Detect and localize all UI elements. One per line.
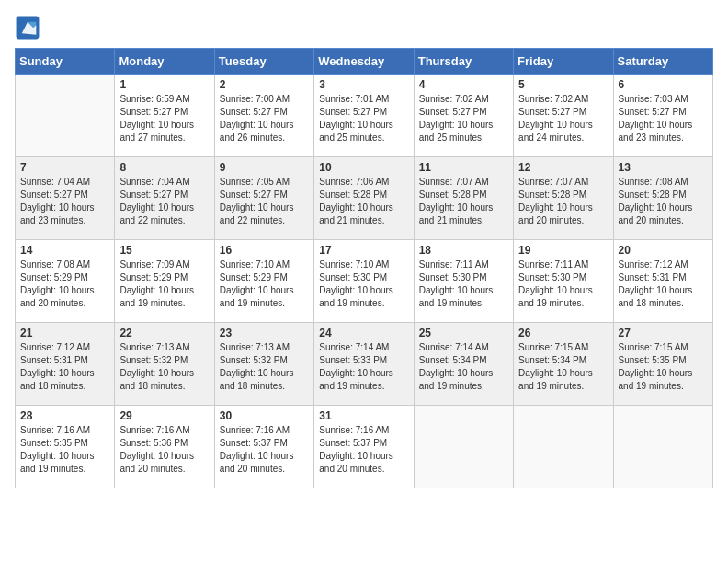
cell-info: Sunrise: 7:04 AM Sunset: 5:27 PM Dayligh… <box>20 176 109 227</box>
calendar-cell: 16Sunrise: 7:10 AM Sunset: 5:29 PM Dayli… <box>214 240 313 323</box>
cell-day-number: 29 <box>119 409 209 422</box>
cell-day-number: 23 <box>220 327 309 339</box>
calendar-week-row: 28Sunrise: 7:16 AM Sunset: 5:35 PM Dayli… <box>16 406 713 488</box>
cell-info: Sunrise: 7:16 AM Sunset: 5:37 PM Dayligh… <box>220 424 309 476</box>
logo <box>15 15 44 40</box>
cell-info: Sunrise: 7:07 AM Sunset: 5:28 PM Dayligh… <box>419 176 508 227</box>
cell-info: Sunrise: 7:00 AM Sunset: 5:27 PM Dayligh… <box>220 93 309 144</box>
calendar-cell: 31Sunrise: 7:16 AM Sunset: 5:37 PM Dayli… <box>314 406 414 488</box>
column-header-wednesday: Wednesday <box>314 49 414 75</box>
cell-day-number: 2 <box>220 78 309 91</box>
cell-day-number: 13 <box>619 161 708 174</box>
calendar-cell: 4Sunrise: 7:02 AM Sunset: 5:27 PM Daylig… <box>414 75 513 157</box>
cell-info: Sunrise: 7:16 AM Sunset: 5:37 PM Dayligh… <box>319 424 408 476</box>
cell-day-number: 8 <box>119 161 209 174</box>
cell-info: Sunrise: 7:03 AM Sunset: 5:27 PM Dayligh… <box>619 93 708 144</box>
calendar-week-row: 14Sunrise: 7:08 AM Sunset: 5:29 PM Dayli… <box>16 240 713 323</box>
calendar-header-row: SundayMondayTuesdayWednesdayThursdayFrid… <box>16 49 713 75</box>
calendar-cell: 25Sunrise: 7:14 AM Sunset: 5:34 PM Dayli… <box>414 323 513 406</box>
calendar-cell: 8Sunrise: 7:04 AM Sunset: 5:27 PM Daylig… <box>115 157 214 240</box>
column-header-sunday: Sunday <box>16 49 115 75</box>
column-header-friday: Friday <box>514 49 613 75</box>
cell-day-number: 25 <box>419 327 508 339</box>
cell-info: Sunrise: 7:11 AM Sunset: 5:30 PM Dayligh… <box>518 259 608 310</box>
cell-day-number: 26 <box>518 327 608 339</box>
cell-day-number: 4 <box>419 78 508 91</box>
cell-info: Sunrise: 7:02 AM Sunset: 5:27 PM Dayligh… <box>419 93 508 144</box>
calendar-cell <box>414 406 513 488</box>
page-header <box>15 15 713 40</box>
cell-day-number: 6 <box>619 78 708 91</box>
cell-info: Sunrise: 7:10 AM Sunset: 5:29 PM Dayligh… <box>220 259 309 310</box>
column-header-monday: Monday <box>115 49 214 75</box>
calendar-cell: 28Sunrise: 7:16 AM Sunset: 5:35 PM Dayli… <box>16 406 115 488</box>
cell-day-number: 31 <box>319 409 408 422</box>
cell-info: Sunrise: 7:05 AM Sunset: 5:27 PM Dayligh… <box>220 176 309 227</box>
calendar-table: SundayMondayTuesdayWednesdayThursdayFrid… <box>15 48 713 488</box>
cell-day-number: 22 <box>119 327 209 339</box>
cell-info: Sunrise: 7:12 AM Sunset: 5:31 PM Dayligh… <box>619 259 708 310</box>
calendar-cell: 12Sunrise: 7:07 AM Sunset: 5:28 PM Dayli… <box>514 157 613 240</box>
cell-day-number: 18 <box>419 244 508 257</box>
cell-info: Sunrise: 7:08 AM Sunset: 5:29 PM Dayligh… <box>20 259 109 310</box>
cell-info: Sunrise: 7:12 AM Sunset: 5:31 PM Dayligh… <box>20 341 109 393</box>
cell-info: Sunrise: 7:14 AM Sunset: 5:33 PM Dayligh… <box>319 341 408 393</box>
calendar-cell: 2Sunrise: 7:00 AM Sunset: 5:27 PM Daylig… <box>214 75 313 157</box>
column-header-tuesday: Tuesday <box>214 49 313 75</box>
calendar-cell <box>16 75 115 157</box>
cell-info: Sunrise: 7:02 AM Sunset: 5:27 PM Dayligh… <box>518 93 608 144</box>
cell-info: Sunrise: 7:16 AM Sunset: 5:36 PM Dayligh… <box>119 424 209 476</box>
cell-info: Sunrise: 7:07 AM Sunset: 5:28 PM Dayligh… <box>518 176 608 227</box>
cell-day-number: 9 <box>220 161 309 174</box>
cell-info: Sunrise: 7:14 AM Sunset: 5:34 PM Dayligh… <box>419 341 508 393</box>
cell-info: Sunrise: 7:08 AM Sunset: 5:28 PM Dayligh… <box>619 176 708 227</box>
cell-info: Sunrise: 7:13 AM Sunset: 5:32 PM Dayligh… <box>119 341 209 393</box>
calendar-cell: 13Sunrise: 7:08 AM Sunset: 5:28 PM Dayli… <box>613 157 712 240</box>
calendar-cell: 23Sunrise: 7:13 AM Sunset: 5:32 PM Dayli… <box>214 323 313 406</box>
cell-day-number: 14 <box>20 244 109 257</box>
cell-info: Sunrise: 7:11 AM Sunset: 5:30 PM Dayligh… <box>419 259 508 310</box>
calendar-cell: 10Sunrise: 7:06 AM Sunset: 5:28 PM Dayli… <box>314 157 414 240</box>
cell-day-number: 27 <box>619 327 708 339</box>
cell-day-number: 15 <box>119 244 209 257</box>
cell-info: Sunrise: 7:10 AM Sunset: 5:30 PM Dayligh… <box>319 259 408 310</box>
cell-day-number: 1 <box>119 78 209 91</box>
calendar-cell: 11Sunrise: 7:07 AM Sunset: 5:28 PM Dayli… <box>414 157 513 240</box>
calendar-cell: 21Sunrise: 7:12 AM Sunset: 5:31 PM Dayli… <box>16 323 115 406</box>
cell-info: Sunrise: 7:01 AM Sunset: 5:27 PM Dayligh… <box>319 93 408 144</box>
cell-info: Sunrise: 7:09 AM Sunset: 5:29 PM Dayligh… <box>119 259 209 310</box>
cell-day-number: 30 <box>220 409 309 422</box>
calendar-cell: 27Sunrise: 7:15 AM Sunset: 5:35 PM Dayli… <box>613 323 712 406</box>
cell-info: Sunrise: 7:15 AM Sunset: 5:35 PM Dayligh… <box>619 341 708 393</box>
cell-day-number: 16 <box>220 244 309 257</box>
cell-info: Sunrise: 6:59 AM Sunset: 5:27 PM Dayligh… <box>119 93 209 144</box>
calendar-cell: 1Sunrise: 6:59 AM Sunset: 5:27 PM Daylig… <box>115 75 214 157</box>
calendar-week-row: 7Sunrise: 7:04 AM Sunset: 5:27 PM Daylig… <box>16 157 713 240</box>
calendar-cell: 20Sunrise: 7:12 AM Sunset: 5:31 PM Dayli… <box>613 240 712 323</box>
cell-day-number: 7 <box>20 161 109 174</box>
cell-info: Sunrise: 7:13 AM Sunset: 5:32 PM Dayligh… <box>220 341 309 393</box>
calendar-cell: 7Sunrise: 7:04 AM Sunset: 5:27 PM Daylig… <box>16 157 115 240</box>
calendar-cell: 29Sunrise: 7:16 AM Sunset: 5:36 PM Dayli… <box>115 406 214 488</box>
calendar-cell: 19Sunrise: 7:11 AM Sunset: 5:30 PM Dayli… <box>514 240 613 323</box>
calendar-cell: 6Sunrise: 7:03 AM Sunset: 5:27 PM Daylig… <box>613 75 712 157</box>
cell-day-number: 21 <box>20 327 109 339</box>
calendar-cell: 30Sunrise: 7:16 AM Sunset: 5:37 PM Dayli… <box>214 406 313 488</box>
cell-day-number: 19 <box>518 244 608 257</box>
calendar-cell: 18Sunrise: 7:11 AM Sunset: 5:30 PM Dayli… <box>414 240 513 323</box>
cell-info: Sunrise: 7:04 AM Sunset: 5:27 PM Dayligh… <box>119 176 209 227</box>
cell-day-number: 20 <box>619 244 708 257</box>
cell-info: Sunrise: 7:15 AM Sunset: 5:34 PM Dayligh… <box>518 341 608 393</box>
cell-info: Sunrise: 7:06 AM Sunset: 5:28 PM Dayligh… <box>319 176 408 227</box>
cell-day-number: 12 <box>518 161 608 174</box>
cell-day-number: 10 <box>319 161 408 174</box>
calendar-cell <box>514 406 613 488</box>
calendar-cell: 17Sunrise: 7:10 AM Sunset: 5:30 PM Dayli… <box>314 240 414 323</box>
calendar-cell: 26Sunrise: 7:15 AM Sunset: 5:34 PM Dayli… <box>514 323 613 406</box>
cell-day-number: 11 <box>419 161 508 174</box>
calendar-cell: 3Sunrise: 7:01 AM Sunset: 5:27 PM Daylig… <box>314 75 414 157</box>
calendar-cell: 5Sunrise: 7:02 AM Sunset: 5:27 PM Daylig… <box>514 75 613 157</box>
calendar-cell <box>613 406 712 488</box>
logo-icon <box>15 15 40 40</box>
calendar-week-row: 1Sunrise: 6:59 AM Sunset: 5:27 PM Daylig… <box>16 75 713 157</box>
